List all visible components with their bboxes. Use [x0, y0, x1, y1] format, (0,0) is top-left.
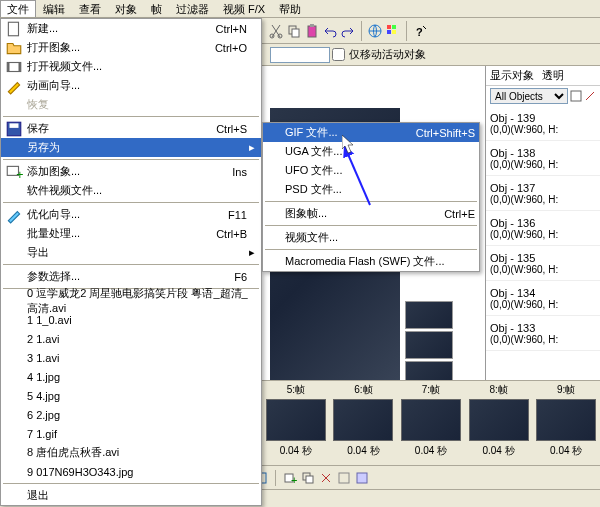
file-menu-dropdown: 新建...Ctrl+N 打开图象...Ctrl+O 打开视频文件... 动画向导… [0, 18, 262, 506]
frame-item[interactable]: 8:帧0.04 秒 [465, 381, 533, 465]
panel-tool-icon[interactable] [570, 90, 582, 102]
frame-thumb [469, 399, 529, 441]
frame-item[interactable]: 6:帧0.04 秒 [330, 381, 398, 465]
menu-file[interactable]: 文件 [0, 0, 36, 17]
svg-rect-10 [392, 30, 396, 34]
copy-icon[interactable] [286, 23, 302, 39]
object-panel: 显示对象 透明 All Objects Obj - 139(0,0)(W:960… [485, 66, 600, 394]
frame-item[interactable]: 5:帧0.04 秒 [262, 381, 330, 465]
move-active-label: 仅移动活动对象 [349, 47, 426, 62]
svg-rect-12 [571, 91, 581, 101]
save-as-swf[interactable]: Macromedia Flash (SWF) 文件... [263, 252, 479, 271]
redo-icon[interactable] [340, 23, 356, 39]
menu-view[interactable]: 查看 [72, 0, 108, 17]
menubar: 文件 编辑 查看 对象 帧 过滤器 视频 F/X 帮助 [0, 0, 600, 18]
obj-thumb[interactable] [405, 331, 453, 359]
svg-text:+: + [291, 474, 297, 485]
menu-soft-video[interactable]: 软件视频文件... [1, 181, 261, 200]
frame-props-icon[interactable] [337, 471, 351, 485]
obj-thumb[interactable] [405, 301, 453, 329]
paste-icon[interactable] [304, 23, 320, 39]
object-item[interactable]: Obj - 133(0,0)(W:960, H: [486, 316, 600, 351]
frame-thumb [401, 399, 461, 441]
menu-batch[interactable]: 批量处理...Ctrl+B [1, 224, 261, 243]
menu-recent-0[interactable]: 0 逗学威龙2 周星驰电影搞笑片段 粤语_超清_高清.avi [1, 291, 261, 310]
menu-recent-8[interactable]: 8 唐伯虎点秋香.avi [1, 443, 261, 462]
svg-rect-13 [8, 22, 18, 36]
menu-object[interactable]: 对象 [108, 0, 144, 17]
menu-recent-2[interactable]: 2 1.avi [1, 329, 261, 348]
save-as-submenu: GIF 文件...Ctrl+Shift+S UGA 文件... UFO 文件..… [262, 122, 480, 272]
transparency-label: 透明 [542, 68, 564, 83]
menu-recent-5[interactable]: 5 4.jpg [1, 386, 261, 405]
frame-thumb [333, 399, 393, 441]
save-as-video[interactable]: 视频文件... [263, 228, 479, 247]
menu-help[interactable]: 帮助 [272, 0, 308, 17]
svg-rect-29 [357, 473, 367, 483]
menu-open-video[interactable]: 打开视频文件... [1, 57, 261, 76]
object-item[interactable]: Obj - 134(0,0)(W:960, H: [486, 281, 600, 316]
menu-frame[interactable]: 帧 [144, 0, 169, 17]
menu-edit[interactable]: 编辑 [36, 0, 72, 17]
frame-thumb [266, 399, 326, 441]
frame-item[interactable]: 9:帧0.04 秒 [532, 381, 600, 465]
svg-rect-18 [10, 123, 19, 128]
svg-point-1 [278, 34, 282, 38]
frame-tool-icon[interactable] [355, 471, 369, 485]
menu-filter[interactable]: 过滤器 [169, 0, 216, 17]
menu-open-image[interactable]: 打开图象...Ctrl+O [1, 38, 261, 57]
toolbar-input[interactable] [270, 47, 330, 63]
svg-text:+: + [16, 167, 23, 180]
menu-optimize[interactable]: 优化向导...F11 [1, 205, 261, 224]
menu-recent-6[interactable]: 6 2.jpg [1, 405, 261, 424]
object-item[interactable]: Obj - 135(0,0)(W:960, H: [486, 246, 600, 281]
svg-rect-27 [306, 476, 313, 483]
cut-icon[interactable] [268, 23, 284, 39]
browser-icon[interactable] [367, 23, 383, 39]
undo-icon[interactable] [322, 23, 338, 39]
svg-rect-8 [392, 25, 396, 29]
svg-text:?: ? [416, 26, 423, 38]
menu-restore: 恢复 [1, 95, 261, 114]
svg-rect-4 [308, 26, 316, 37]
menu-recent-3[interactable]: 3 1.avi [1, 348, 261, 367]
move-active-checkbox[interactable]: 仅移动活动对象 [332, 47, 426, 62]
menu-add-image[interactable]: +添加图象...Ins [1, 162, 261, 181]
help-icon[interactable]: ? [412, 23, 428, 39]
object-item[interactable]: Obj - 139(0,0)(W:960, H: [486, 106, 600, 141]
save-as-psd[interactable]: PSD 文件... [263, 180, 479, 199]
menu-save-as[interactable]: 另存为▸ [1, 138, 261, 157]
submenu-arrow-icon: ▸ [247, 246, 257, 259]
object-filter-select[interactable]: All Objects [490, 88, 568, 104]
move-active-check[interactable] [332, 48, 345, 61]
object-item[interactable]: Obj - 138(0,0)(W:960, H: [486, 141, 600, 176]
object-item[interactable]: Obj - 136(0,0)(W:960, H: [486, 211, 600, 246]
menu-recent-7[interactable]: 7 1.gif [1, 424, 261, 443]
save-as-gif[interactable]: GIF 文件...Ctrl+Shift+S [263, 123, 479, 142]
menu-save[interactable]: 保存Ctrl+S [1, 119, 261, 138]
frame-item[interactable]: 7:帧0.04 秒 [397, 381, 465, 465]
menu-recent-4[interactable]: 4 1.jpg [1, 367, 261, 386]
menu-recent-1[interactable]: 1 1_0.avi [1, 310, 261, 329]
open-icon [5, 40, 23, 56]
add-frame-icon[interactable]: + [283, 471, 297, 485]
svg-rect-5 [310, 24, 314, 27]
palette-icon[interactable] [385, 23, 401, 39]
menu-new[interactable]: 新建...Ctrl+N [1, 19, 261, 38]
optimize-icon [5, 207, 23, 223]
object-item[interactable]: Obj - 137(0,0)(W:960, H: [486, 176, 600, 211]
save-as-ufo[interactable]: UFO 文件... [263, 161, 479, 180]
panel-tool-icon[interactable] [584, 90, 596, 102]
menu-recent-9[interactable]: 9 017N69H3O343.jpg [1, 462, 261, 481]
menu-export[interactable]: 导出▸ [1, 243, 261, 262]
menu-anim-wizard[interactable]: 动画向导... [1, 76, 261, 95]
dup-frame-icon[interactable] [301, 471, 315, 485]
del-frame-icon[interactable] [319, 471, 333, 485]
video-icon [5, 59, 23, 75]
submenu-arrow-icon: ▸ [247, 141, 257, 154]
menu-exit[interactable]: 退出 [1, 486, 261, 505]
menu-videofx[interactable]: 视频 F/X [216, 0, 272, 17]
menu-prefs[interactable]: 参数选择...F6 [1, 267, 261, 286]
save-as-uga[interactable]: UGA 文件... [263, 142, 479, 161]
save-as-frame[interactable]: 图象帧...Ctrl+E [263, 204, 479, 223]
